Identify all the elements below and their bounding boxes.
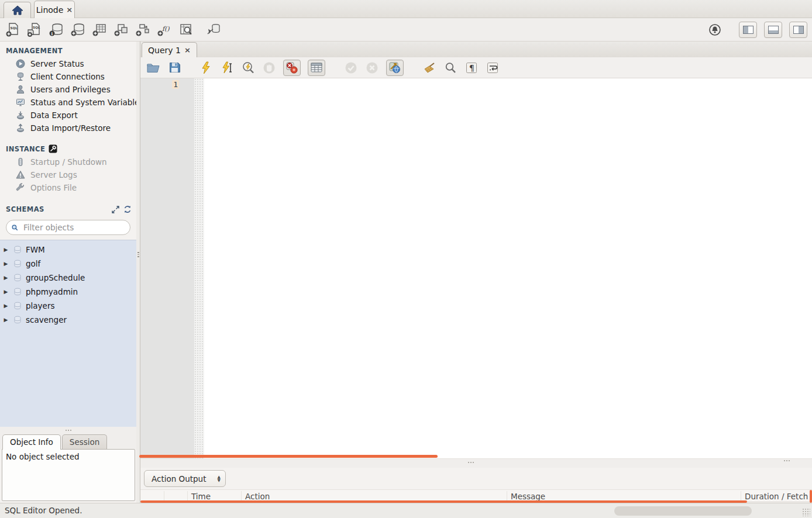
status-text: SQL Editor Opened.: [5, 506, 82, 515]
toggle-right-panel-button[interactable]: [789, 22, 807, 38]
schema-filter-input[interactable]: [22, 222, 125, 233]
connection-tab[interactable]: Linode ×: [34, 1, 75, 18]
column-action[interactable]: Action: [242, 491, 507, 500]
sidebar-item-data-import[interactable]: Data Import/Restore: [0, 122, 136, 134]
output-toolbar: Action Output ▲ ▼: [140, 468, 812, 489]
create-function-icon: f(): [157, 22, 172, 37]
column-duration-fetch[interactable]: Duration / Fetch: [741, 491, 812, 500]
new-sql-script-button[interactable]: SQL: [5, 22, 21, 38]
open-script-button[interactable]: [146, 61, 160, 75]
editor-text-surface[interactable]: [204, 78, 812, 458]
data-import-icon: [16, 123, 25, 133]
tab-label: Session: [70, 437, 100, 447]
sql-editor[interactable]: 1: [140, 78, 812, 458]
column-index[interactable]: [164, 491, 188, 500]
search-data-button[interactable]: [178, 22, 194, 38]
expander-caret-icon[interactable]: ▶: [2, 247, 9, 253]
expander-caret-icon[interactable]: ▶: [2, 289, 9, 295]
find-button[interactable]: [443, 61, 457, 75]
sidebar-item-client-connections[interactable]: Client Connections: [0, 70, 136, 83]
sidebar-item-users-privileges[interactable]: Users and Privileges: [0, 83, 136, 96]
notification-button[interactable]: [707, 22, 723, 38]
limit-rows-toggle[interactable]: [308, 60, 325, 76]
expander-caret-icon[interactable]: ▶: [2, 303, 9, 309]
editor-horizontal-scrollbar[interactable]: [139, 455, 438, 458]
column-message[interactable]: Message: [507, 491, 741, 500]
toggle-bottom-panel-button[interactable]: [764, 22, 782, 38]
schema-item-fwm[interactable]: ▶ FWM: [0, 243, 136, 257]
stop-on-error-toggle-icon: [285, 61, 298, 74]
save-script-button[interactable]: [167, 61, 181, 75]
autocommit-toggle-icon: [388, 61, 401, 74]
expander-caret-icon[interactable]: ▶: [2, 261, 9, 267]
query-tab[interactable]: Query 1 ×: [142, 42, 197, 57]
schema-filter[interactable]: [6, 220, 130, 235]
create-procedure-button[interactable]: [135, 22, 151, 38]
save-script-icon: [169, 62, 180, 73]
schema-icon: [13, 302, 22, 310]
execute-current-icon: [221, 61, 233, 74]
refresh-icon[interactable]: [123, 205, 132, 213]
schema-item-phpmyadmin[interactable]: ▶ phpmyadmin: [0, 285, 136, 299]
expander-caret-icon[interactable]: ▶: [2, 275, 9, 281]
close-icon[interactable]: ×: [184, 46, 191, 54]
line-number: 1: [140, 80, 194, 89]
management-section-header: MANAGEMENT: [0, 42, 136, 57]
schema-item-golf[interactable]: ▶ golf: [0, 257, 136, 271]
tab-session[interactable]: Session: [62, 434, 108, 450]
sidebar-item-server-logs[interactable]: Server Logs: [0, 168, 136, 181]
sidebar-item-label: Status and System Variables: [30, 98, 136, 107]
commit-button[interactable]: [344, 61, 358, 75]
open-sql-script-button[interactable]: SQL: [26, 22, 43, 38]
window-resize-grip-icon[interactable]: [802, 508, 810, 516]
create-view-button[interactable]: [113, 22, 129, 38]
schema-item-players[interactable]: ▶ players: [0, 299, 136, 313]
toggle-left-panel-button[interactable]: [739, 22, 757, 38]
bottom-scrollbar-thumb[interactable]: [614, 506, 752, 516]
execute-button[interactable]: [199, 61, 213, 75]
sidebar-item-server-status[interactable]: Server Status: [0, 57, 136, 70]
schema-item-scavenger[interactable]: ▶ scavenger: [0, 313, 136, 327]
sidebar-vertical-splitter[interactable]: [136, 42, 140, 503]
create-schema-button[interactable]: [70, 22, 86, 38]
invisible-chars-button[interactable]: ¶: [465, 61, 479, 75]
wrap-text-button[interactable]: [486, 61, 500, 75]
sidebar-horizontal-splitter[interactable]: [0, 427, 136, 433]
column-status-icon[interactable]: [140, 491, 164, 500]
create-table-button[interactable]: [91, 22, 108, 38]
reconnect-dbms-button[interactable]: [205, 22, 222, 38]
schema-inspector-button[interactable]: i: [48, 22, 64, 38]
home-tab[interactable]: [4, 2, 31, 18]
beautify-button[interactable]: [422, 61, 436, 75]
output-vertical-scrollbar[interactable]: [810, 490, 812, 503]
sidebar-item-startup-shutdown[interactable]: Startup / Shutdown: [0, 156, 136, 168]
commit-icon: [345, 61, 357, 74]
output-table-header: Time Action Message Duration / Fetch: [140, 489, 812, 503]
explain-button[interactable]: [241, 61, 255, 75]
query-tab-bar: Query 1 ×: [140, 42, 812, 57]
editor-output-splitter[interactable]: [140, 458, 812, 468]
main-area: Query 1 ×: [140, 42, 812, 503]
create-function-button[interactable]: f(): [156, 22, 173, 38]
schema-item-groupschedule[interactable]: ▶ groupSchedule: [0, 271, 136, 285]
autocommit-toggle[interactable]: [386, 60, 404, 76]
output-selector[interactable]: Action Output ▲ ▼: [144, 470, 226, 487]
output-panel: Action Output ▲ ▼ Time Action Message Du…: [140, 468, 812, 503]
rollback-button[interactable]: [365, 61, 379, 75]
expand-icon[interactable]: [112, 206, 119, 213]
sidebar-item-system-variables[interactable]: Status and System Variables: [0, 96, 136, 109]
expander-caret-icon[interactable]: ▶: [2, 317, 9, 323]
svg-text:SQL: SQL: [11, 26, 18, 30]
stop-on-error-toggle[interactable]: [283, 60, 301, 76]
sidebar-item-data-export[interactable]: Data Export: [0, 109, 136, 122]
management-title: MANAGEMENT: [6, 47, 63, 55]
execute-current-button[interactable]: [220, 61, 234, 75]
stop-button[interactable]: [262, 61, 276, 75]
column-time[interactable]: Time: [188, 491, 242, 500]
explain-icon: [242, 61, 254, 74]
options-file-icon: [16, 183, 25, 192]
tab-object-info[interactable]: Object Info: [2, 434, 61, 450]
sidebar-item-options-file[interactable]: Options File: [0, 181, 136, 194]
svg-text:f(): f(): [162, 25, 170, 33]
close-icon[interactable]: ×: [66, 6, 73, 13]
